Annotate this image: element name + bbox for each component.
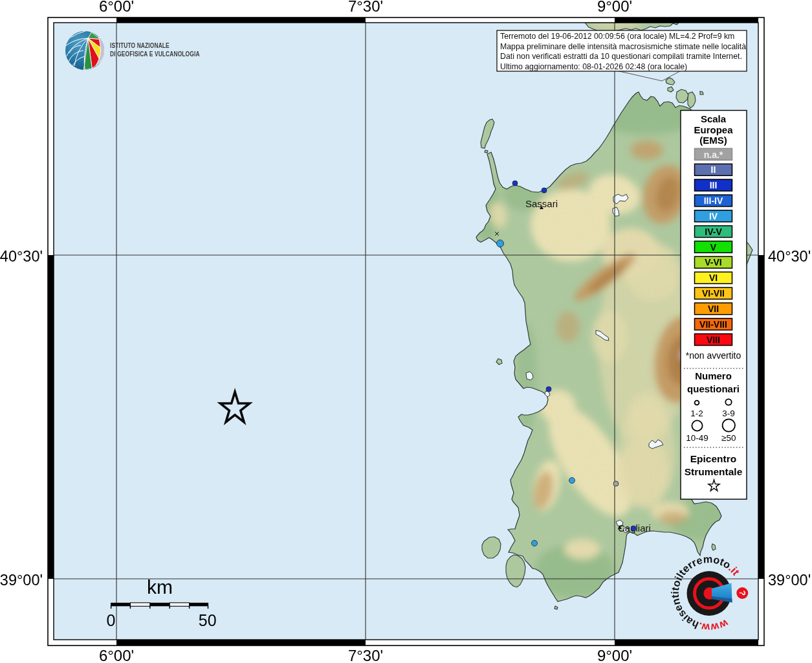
svg-text:?: ? [738, 590, 747, 596]
svg-text:III: III [710, 180, 718, 190]
svg-text:Numero: Numero [695, 370, 732, 381]
svg-text:(EMS): (EMS) [699, 135, 727, 146]
svg-text:VII-VIII: VII-VIII [699, 319, 727, 330]
svg-text:ISTITUTO NAZIONALE: ISTITUTO NAZIONALE [110, 41, 170, 50]
svg-text:Strumentale: Strumentale [685, 466, 743, 477]
svg-text:n.a.*: n.a.* [704, 150, 723, 160]
svg-text:7°30': 7°30' [348, 0, 383, 15]
svg-text:0: 0 [107, 611, 116, 629]
svg-text:1-2: 1-2 [690, 409, 703, 418]
svg-text:9°00': 9°00' [597, 647, 632, 663]
svg-text:Epicentro: Epicentro [690, 453, 736, 464]
svg-text:VI-VII: VI-VII [702, 288, 725, 298]
svg-text:39°00': 39°00' [0, 572, 43, 589]
svg-text:40°30': 40°30' [0, 248, 43, 265]
svg-text:questionari: questionari [687, 383, 740, 394]
svg-text:Ultimo aggiornamento: 08-01-20: Ultimo aggiornamento: 08-01-2026 02:48 (… [500, 62, 687, 71]
svg-text:IV-V: IV-V [705, 227, 722, 237]
svg-text:V-VI: V-VI [705, 257, 721, 267]
svg-text:40°30': 40°30' [768, 248, 811, 265]
svg-text:III-IV: III-IV [704, 196, 723, 206]
svg-text:6°00': 6°00' [99, 0, 134, 15]
svg-text:Terremoto del 19-06-2012 00:09: Terremoto del 19-06-2012 00:09:56 (ora l… [500, 32, 734, 41]
svg-text:V: V [710, 242, 717, 253]
svg-text:7°30': 7°30' [348, 647, 383, 663]
svg-text:Mappa preliminare delle intens: Mappa preliminare delle intensità macros… [500, 42, 746, 51]
svg-text:≥50: ≥50 [721, 433, 736, 443]
svg-text:3-9: 3-9 [722, 409, 735, 418]
svg-text:39°00': 39°00' [768, 572, 811, 589]
svg-text:II: II [711, 164, 716, 175]
svg-text:*non avvertito: *non avvertito [686, 350, 741, 361]
svg-text:Scala: Scala [701, 113, 727, 124]
svg-text:VI: VI [709, 273, 718, 283]
svg-text:50: 50 [199, 611, 217, 629]
svg-text:9°00': 9°00' [597, 0, 632, 15]
svg-text:km: km [147, 576, 173, 598]
svg-text:IV: IV [709, 211, 718, 221]
svg-text:6°00': 6°00' [99, 647, 134, 663]
svg-text:Dati non verificati estratti d: Dati non verificati estratti da 10 quest… [500, 52, 742, 61]
svg-text:VII: VII [708, 304, 719, 314]
svg-text:10-49: 10-49 [686, 433, 708, 443]
svg-text:DI GEOFISICA E VULCANOLOGIA: DI GEOFISICA E VULCANOLOGIA [110, 50, 200, 58]
svg-text:VIII: VIII [707, 335, 720, 345]
svg-text:Europea: Europea [694, 124, 733, 135]
